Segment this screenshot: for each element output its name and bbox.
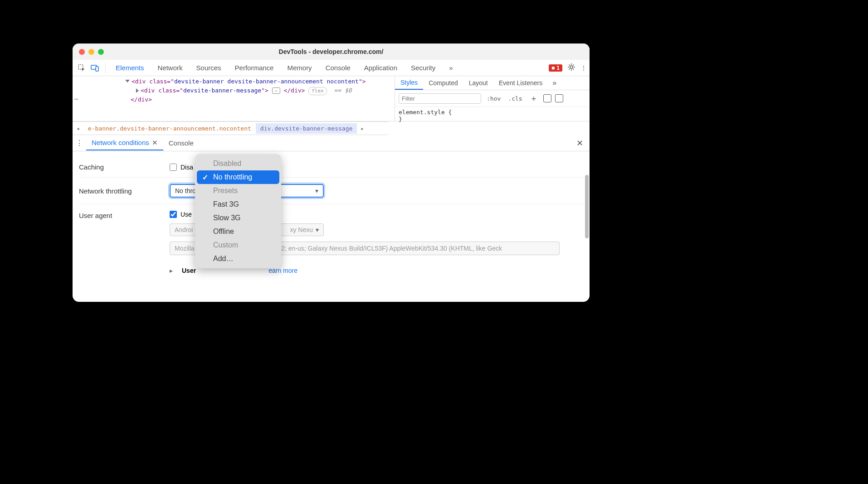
disable-cache-label: Disa xyxy=(180,164,193,171)
rule-close: } xyxy=(399,116,586,122)
inspect-icon[interactable] xyxy=(75,62,88,74)
close-drawer-icon[interactable]: ✕ xyxy=(570,138,590,148)
selected-marker: == $0 xyxy=(334,87,352,94)
tab-memory[interactable]: Memory xyxy=(281,61,318,74)
tab-network[interactable]: Network xyxy=(151,61,189,74)
devtools-window: DevTools - developer.chrome.com/ Element… xyxy=(73,44,590,302)
user-agent-row: User agent Use Androi xy Nexu ▾ Mozilla0… xyxy=(79,204,583,281)
tab-elements[interactable]: Elements xyxy=(109,61,151,74)
divider xyxy=(105,63,106,73)
breadcrumb-item[interactable]: e-banner.devsite-banner-announcement.noc… xyxy=(83,123,256,134)
styles-filter-input[interactable] xyxy=(399,93,481,104)
caching-row: Caching Disa xyxy=(79,157,583,178)
ellipsis-icon[interactable]: ⋯ xyxy=(272,87,280,94)
throttling-value: No thro xyxy=(175,187,196,194)
client-hints-label: User xyxy=(182,267,196,274)
expand-caret-icon[interactable] xyxy=(125,80,130,82)
tab-network-conditions[interactable]: Network conditions ✕ xyxy=(86,136,163,150)
throttling-dropdown: Disabled ✓ No throttling Presets Fast 3G… xyxy=(195,154,281,268)
titlebar: DevTools - developer.chrome.com/ xyxy=(73,44,590,60)
caret-right-icon[interactable]: ▸ xyxy=(170,267,173,274)
error-count: 1 xyxy=(556,65,560,71)
disable-cache-checkbox[interactable] xyxy=(170,164,177,171)
settings-icon[interactable] xyxy=(567,63,576,73)
use-browser-default-checkbox[interactable] xyxy=(170,211,177,218)
ua-preset-right: xy Nexu xyxy=(290,226,313,233)
vertical-scrollbar[interactable] xyxy=(585,175,589,238)
styles-tabs: Styles Computed Layout Event Listeners » xyxy=(395,76,590,90)
check-icon: ✓ xyxy=(202,173,208,182)
tab-layout[interactable]: Layout xyxy=(463,77,493,89)
styles-panel: Styles Computed Layout Event Listeners »… xyxy=(395,76,590,121)
breadcrumb-item-selected[interactable]: div.devsite-banner-message xyxy=(256,123,357,134)
close-tab-icon[interactable]: ✕ xyxy=(152,139,158,147)
dropdown-header-presets: Presets xyxy=(197,184,279,198)
tab-drawer-console[interactable]: Console xyxy=(163,136,199,150)
flex-editor-icon[interactable] xyxy=(543,94,551,102)
throttling-label: Network throttling xyxy=(79,187,170,195)
error-badge[interactable]: ■ 1 xyxy=(549,64,562,72)
tab-computed[interactable]: Computed xyxy=(423,77,463,89)
elements-panel: <div class="devsite-banner devsite-banne… xyxy=(73,76,590,121)
dropdown-item-no-throttling[interactable]: ✓ No throttling xyxy=(197,170,279,184)
new-rule-icon[interactable]: ＋ xyxy=(528,92,540,105)
cls-toggle[interactable]: .cls xyxy=(506,94,524,103)
chevron-down-icon: ▾ xyxy=(315,187,318,194)
minimize-window-button[interactable] xyxy=(88,49,94,55)
throttling-row: Network throttling No thro ▾ xyxy=(79,178,583,204)
breadcrumb-left-icon[interactable]: ◂ xyxy=(73,125,83,132)
drawer-kebab-icon[interactable]: ⋮ xyxy=(73,139,86,147)
dropdown-item-slow-3g[interactable]: Slow 3G xyxy=(197,211,279,225)
drawer-tabs: ⋮ Network conditions ✕ Console ✕ xyxy=(73,135,590,151)
grid-editor-icon[interactable] xyxy=(555,94,563,102)
tab-event-listeners[interactable]: Event Listeners xyxy=(493,77,548,89)
tab-styles[interactable]: Styles xyxy=(395,76,423,90)
flex-badge[interactable]: flex xyxy=(308,87,327,96)
svg-point-3 xyxy=(570,66,573,68)
dom-tree[interactable]: <div class="devsite-banner devsite-banne… xyxy=(73,76,395,121)
svg-rect-2 xyxy=(96,67,98,71)
tab-console[interactable]: Console xyxy=(319,61,357,74)
traffic-lights xyxy=(79,49,104,55)
device-toolbar-icon[interactable] xyxy=(89,62,102,74)
caching-label: Caching xyxy=(79,163,170,171)
dropdown-item-offline[interactable]: Offline xyxy=(197,225,279,238)
dropdown-header-custom: Custom xyxy=(197,238,279,252)
styles-toolbar: :hov .cls ＋ xyxy=(395,90,590,107)
collapse-caret-icon[interactable] xyxy=(136,88,139,93)
user-agent-label: User agent xyxy=(79,211,170,219)
dropdown-header-disabled: Disabled xyxy=(197,157,279,170)
network-conditions-panel: Caching Disa Network throttling No thro … xyxy=(73,151,590,302)
tab-sources[interactable]: Sources xyxy=(190,61,228,74)
close-window-button[interactable] xyxy=(79,49,85,55)
more-styles-tabs-icon[interactable]: » xyxy=(548,79,561,87)
main-tabs: Elements Network Sources Performance Mem… xyxy=(73,60,590,76)
tab-label: Network conditions xyxy=(92,139,149,146)
kebab-menu-icon[interactable]: ⋮ xyxy=(580,64,587,72)
row-actions-icon[interactable]: ⋯ xyxy=(74,94,78,104)
tab-performance[interactable]: Performance xyxy=(229,61,280,74)
hov-toggle[interactable]: :hov xyxy=(485,94,502,103)
tab-application[interactable]: Application xyxy=(358,61,404,74)
maximize-window-button[interactable] xyxy=(98,49,104,55)
styles-body[interactable]: element.style { } xyxy=(395,107,590,124)
dom-breadcrumb: ◂ e-banner.devsite-banner-announcement.n… xyxy=(73,121,388,135)
window-title: DevTools - developer.chrome.com/ xyxy=(73,48,590,55)
rule-open: element.style { xyxy=(399,109,586,116)
dropdown-item-add[interactable]: Add… xyxy=(197,252,279,266)
dropdown-item-fast-3g[interactable]: Fast 3G xyxy=(197,198,279,211)
use-browser-default-label: Use xyxy=(180,211,192,218)
tab-security[interactable]: Security xyxy=(405,61,442,74)
breadcrumb-right-icon[interactable]: ▸ xyxy=(357,125,368,132)
ua-preset-left: Androi xyxy=(175,226,193,233)
more-tabs-icon[interactable]: » xyxy=(443,61,459,74)
chevron-down-icon: ▾ xyxy=(316,226,319,233)
error-icon: ■ xyxy=(551,65,555,71)
